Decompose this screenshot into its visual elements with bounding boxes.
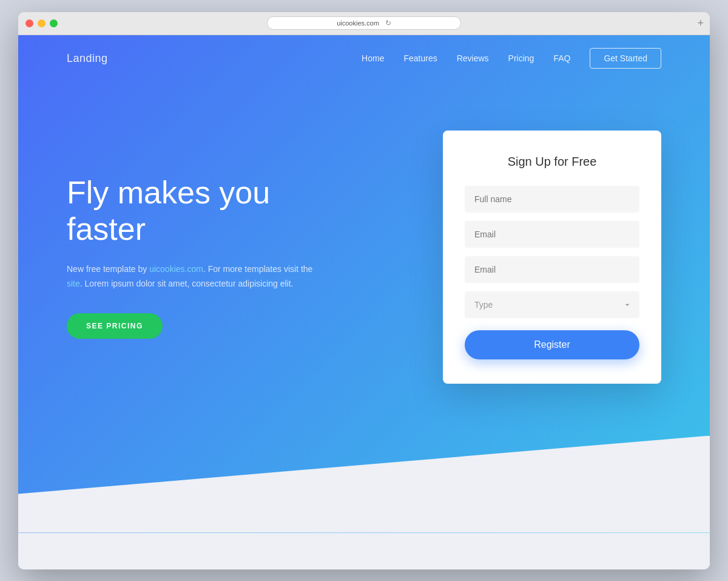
hero-link-site[interactable]: site	[67, 279, 80, 288]
browser-window: uicookies.com ↻ + Landing Home Features …	[18, 12, 710, 569]
hero-left: Fly makes you faster New free template b…	[67, 175, 322, 338]
hero-desc-text2: . For more templates visit the	[203, 264, 313, 274]
hero-section: Landing Home Features Reviews Pricing FA…	[18, 35, 710, 533]
browser-titlebar: uicookies.com ↻ +	[18, 12, 710, 35]
url-bar[interactable]: uicookies.com ↻	[267, 16, 461, 30]
full-name-group	[465, 186, 639, 212]
refresh-icon[interactable]: ↻	[385, 19, 391, 27]
type-group: Type Personal Business Enterprise	[465, 291, 639, 318]
email-group	[465, 221, 639, 248]
email-input[interactable]	[465, 221, 639, 248]
dot-minimize[interactable]	[38, 19, 46, 27]
hero-description: New free template by uicookies.com. For …	[67, 262, 322, 291]
nav-pricing[interactable]: Pricing	[508, 53, 534, 63]
see-pricing-button[interactable]: SEE PRICING	[67, 313, 163, 339]
nav-reviews[interactable]: Reviews	[457, 53, 489, 63]
url-text: uicookies.com	[337, 19, 379, 27]
hero-title: Fly makes you faster	[67, 175, 322, 248]
add-tab-button[interactable]: +	[697, 17, 704, 30]
confirm-email-group	[465, 256, 639, 283]
register-button[interactable]: Register	[465, 330, 639, 359]
hero-desc-text1: New free template by	[67, 264, 149, 274]
dot-maximize[interactable]	[50, 19, 58, 27]
type-select[interactable]: Type Personal Business Enterprise	[465, 291, 639, 318]
browser-dots	[25, 19, 58, 27]
hero-body: Fly makes you faster New free template b…	[18, 82, 710, 457]
nav-features[interactable]: Features	[403, 53, 437, 63]
page-content: Landing Home Features Reviews Pricing FA…	[18, 35, 710, 569]
nav-faq[interactable]: FAQ	[553, 53, 570, 63]
nav-get-started-button[interactable]: Get Started	[590, 48, 661, 69]
signup-form-title: Sign Up for Free	[465, 155, 639, 169]
confirm-email-input[interactable]	[465, 256, 639, 283]
nav-links: Home Features Reviews Pricing FAQ Get St…	[362, 53, 661, 64]
signup-card: Sign Up for Free Type Personal	[443, 131, 661, 384]
hero-desc-text3: . Lorem ipsum dolor sit amet, consectetu…	[80, 279, 294, 288]
hero-link-uicookies[interactable]: uicookies.com	[149, 264, 203, 274]
bottom-section	[18, 533, 710, 569]
dot-close[interactable]	[25, 19, 33, 27]
nav-logo: Landing	[67, 52, 108, 65]
nav-home[interactable]: Home	[362, 53, 384, 63]
navbar: Landing Home Features Reviews Pricing FA…	[18, 35, 710, 82]
full-name-input[interactable]	[465, 186, 639, 212]
